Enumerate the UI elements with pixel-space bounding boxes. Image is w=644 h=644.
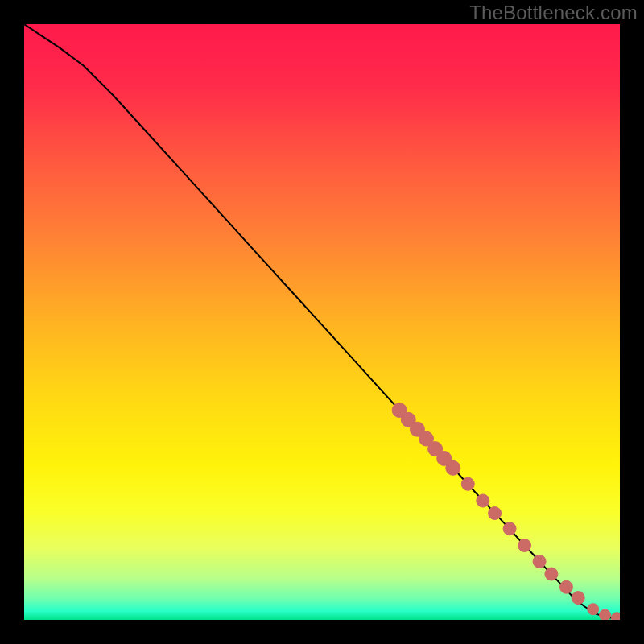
data-marker [461,477,474,490]
data-marker [518,539,531,552]
data-marker [572,592,584,605]
data-marker [477,494,489,507]
plot-area [24,24,620,620]
data-marker [489,507,502,520]
data-marker [600,609,611,620]
chart-svg [24,24,620,620]
chart-frame: TheBottleneck.com [0,0,644,644]
data-marker [533,555,546,568]
data-marker [545,568,558,580]
data-marker [503,522,516,535]
data-marker [559,580,572,593]
watermark-label: TheBottleneck.com [469,2,638,24]
gradient-background [24,24,620,620]
data-marker [446,460,460,475]
data-marker [588,604,599,615]
